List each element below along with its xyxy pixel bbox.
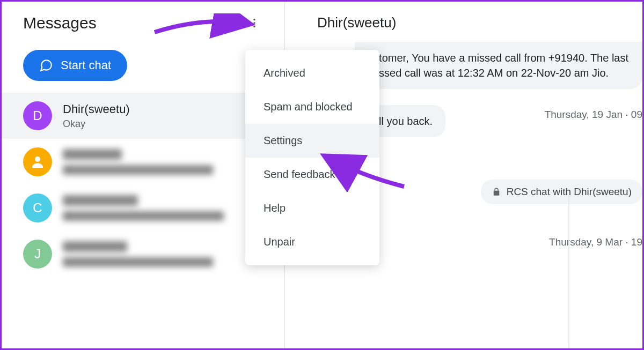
thread-line <box>568 195 569 348</box>
avatar <box>23 147 52 176</box>
svg-point-0 <box>253 19 255 21</box>
date-label: Thursday, 9 Mar · 19 <box>549 236 642 248</box>
menu-unpair[interactable]: Unpair <box>245 225 379 259</box>
menu-archived[interactable]: Archived <box>245 56 379 90</box>
rcs-chip: RCS chat with Dhir(sweetu) <box>481 180 642 204</box>
menu-spam-blocked[interactable]: Spam and blocked <box>245 90 379 124</box>
chat-header-title: Dhir(sweetu) <box>285 2 642 42</box>
chat-bubble-icon <box>39 58 53 72</box>
lock-icon <box>492 187 501 197</box>
date-label: Thursday, 19 Jan · 09 <box>545 109 642 121</box>
conversation-text <box>63 149 274 175</box>
conversation-preview: Okay <box>63 118 253 130</box>
sidebar-header: Messages <box>2 2 284 39</box>
avatar: J <box>23 240 52 269</box>
conversation-text <box>63 241 240 267</box>
start-chat-label: Start chat <box>61 58 111 72</box>
more-vert-icon <box>248 17 260 29</box>
message-bubble: ustomer, You have a missed call from +91… <box>355 42 642 89</box>
conversation-item-dhir[interactable]: D Dhir(sweetu) Okay 57 <box>2 93 284 139</box>
svg-point-1 <box>253 22 255 24</box>
messages-title: Messages <box>23 14 97 32</box>
avatar: D <box>23 101 52 130</box>
start-chat-button[interactable]: Start chat <box>23 50 127 81</box>
avatar: C <box>23 193 52 222</box>
more-options-menu: Archived Spam and blocked Settings Send … <box>245 50 379 265</box>
conversation-text: Dhir(sweetu) Okay <box>63 102 253 130</box>
conversation-text <box>63 195 274 221</box>
person-icon <box>30 154 46 170</box>
svg-point-2 <box>253 26 255 28</box>
conversation-item[interactable] <box>2 139 284 185</box>
conversation-list: D Dhir(sweetu) Okay 57 C <box>2 93 284 348</box>
menu-settings[interactable]: Settings <box>245 124 379 158</box>
menu-feedback[interactable]: Send feedback <box>245 158 379 191</box>
conversation-item[interactable]: J 13:08 <box>2 231 284 277</box>
svg-point-3 <box>35 157 40 162</box>
menu-help[interactable]: Help <box>245 191 379 225</box>
conversation-item[interactable]: C <box>2 185 284 231</box>
conversation-name: Dhir(sweetu) <box>63 102 253 116</box>
more-options-button[interactable] <box>244 12 265 34</box>
sidebar: Messages Start chat D Dhir(sweetu) Okay … <box>2 2 285 348</box>
